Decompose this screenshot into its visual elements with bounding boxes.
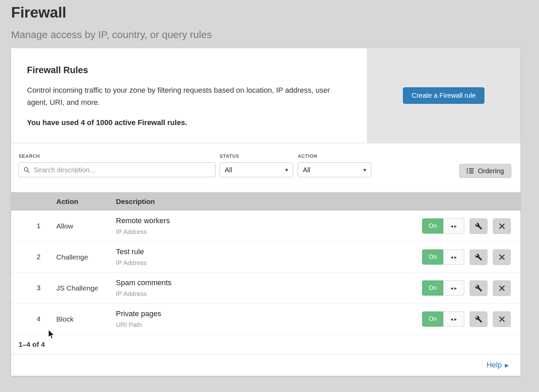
search-filter: SEARCH bbox=[19, 153, 216, 177]
column-header-action: Action bbox=[56, 198, 116, 206]
ordering-button-label: Ordering bbox=[478, 167, 504, 175]
ordering-list-icon bbox=[467, 168, 474, 174]
edit-rule-button[interactable] bbox=[470, 249, 487, 265]
rule-enabled-toggle[interactable]: On bbox=[422, 311, 443, 327]
action-filter: ACTION All ▾ bbox=[298, 153, 371, 177]
status-select[interactable]: All ▾ bbox=[220, 162, 293, 177]
close-icon bbox=[499, 285, 505, 292]
rule-controls: On ◂▸ bbox=[422, 311, 511, 327]
rule-enabled-toggle[interactable]: On bbox=[422, 249, 443, 265]
page-subtitle: Manage access by IP, country, or query r… bbox=[11, 29, 539, 40]
close-icon bbox=[499, 316, 505, 323]
table-row: 3 JS Challenge Spam comments IP Address … bbox=[11, 273, 520, 304]
ordering-button[interactable]: Ordering bbox=[459, 164, 511, 178]
help-link[interactable]: Help ▶ bbox=[486, 361, 509, 369]
delete-rule-button[interactable] bbox=[493, 280, 511, 296]
chevron-down-icon: ▾ bbox=[363, 167, 366, 174]
rule-action: Block bbox=[56, 315, 116, 323]
intro-action-panel: Create a Firewall rule bbox=[367, 48, 520, 143]
wrench-icon bbox=[475, 284, 482, 292]
action-selected-value: All bbox=[303, 166, 310, 174]
arrow-right-icon: ▸ bbox=[454, 223, 457, 229]
table-header: Action Description bbox=[11, 192, 520, 211]
help-link-label: Help bbox=[486, 361, 502, 369]
action-select[interactable]: All ▾ bbox=[298, 162, 371, 177]
search-icon bbox=[23, 167, 30, 173]
rule-reorder-control[interactable]: ◂▸ bbox=[443, 311, 464, 327]
rule-controls: On ◂▸ bbox=[422, 249, 511, 265]
arrow-left-icon: ◂ bbox=[450, 223, 453, 229]
rule-priority: 3 bbox=[11, 284, 52, 292]
search-label: SEARCH bbox=[19, 153, 216, 159]
close-icon bbox=[499, 223, 505, 230]
help-row: Help ▶ bbox=[11, 354, 520, 376]
rule-action: Allow bbox=[56, 222, 116, 230]
page-header: Firewall Manage access by IP, country, o… bbox=[0, 0, 539, 40]
rule-priority: 2 bbox=[11, 253, 52, 261]
delete-rule-button[interactable] bbox=[493, 249, 511, 265]
rule-description-title: Test rule bbox=[116, 247, 422, 256]
rule-description-title: Private pages bbox=[116, 309, 422, 318]
arrow-left-icon: ◂ bbox=[450, 254, 453, 260]
search-box bbox=[19, 162, 216, 177]
rule-match-field: URI Path bbox=[116, 321, 422, 329]
rule-enabled-toggle[interactable]: On bbox=[422, 218, 443, 234]
rule-description: Spam comments IP Address bbox=[116, 278, 422, 298]
rule-controls: On ◂▸ bbox=[422, 218, 511, 234]
table-row: 4 Block Private pages URI Path On ◂▸ bbox=[11, 304, 520, 335]
arrow-left-icon: ◂ bbox=[450, 285, 453, 291]
rule-controls: On ◂▸ bbox=[422, 280, 511, 296]
rule-enabled-toggle[interactable]: On bbox=[422, 280, 443, 296]
usage-summary: You have used 4 of 1000 active Firewall … bbox=[27, 118, 343, 127]
table-row: 1 Allow Remote workers IP Address On ◂▸ bbox=[11, 211, 520, 242]
edit-rule-button[interactable] bbox=[470, 280, 487, 296]
rule-description-title: Spam comments bbox=[116, 278, 422, 287]
rule-description: Private pages URI Path bbox=[116, 309, 422, 329]
section-description: Control incoming traffic to your zone by… bbox=[27, 84, 343, 108]
table-row: 2 Challenge Test rule IP Address On ◂▸ bbox=[11, 242, 520, 273]
wrench-icon bbox=[475, 315, 482, 323]
rule-action: JS Challenge bbox=[56, 284, 116, 292]
create-firewall-rule-button[interactable]: Create a Firewall rule bbox=[403, 87, 484, 104]
wrench-icon bbox=[475, 222, 482, 230]
rule-priority: 1 bbox=[11, 222, 52, 230]
rule-description: Remote workers IP Address bbox=[116, 216, 422, 236]
rule-match-field: IP Address bbox=[116, 228, 422, 236]
rule-reorder-control[interactable]: ◂▸ bbox=[443, 249, 464, 265]
action-label: ACTION bbox=[298, 153, 371, 159]
arrow-right-icon: ▶ bbox=[505, 362, 509, 368]
rules-table-body: 1 Allow Remote workers IP Address On ◂▸ … bbox=[11, 211, 520, 335]
delete-rule-button[interactable] bbox=[493, 311, 511, 327]
edit-rule-button[interactable] bbox=[470, 218, 487, 234]
status-filter: STATUS All ▾ bbox=[220, 153, 293, 177]
rule-match-field: IP Address bbox=[116, 259, 422, 267]
arrow-right-icon: ▸ bbox=[454, 285, 457, 291]
section-heading: Firewall Rules bbox=[27, 65, 343, 76]
delete-rule-button[interactable] bbox=[493, 218, 511, 234]
arrow-right-icon: ▸ bbox=[454, 254, 457, 260]
intro-section: Firewall Rules Control incoming traffic … bbox=[11, 48, 520, 143]
intro-text-block: Firewall Rules Control incoming traffic … bbox=[11, 48, 367, 143]
rule-match-field: IP Address bbox=[116, 290, 422, 298]
filter-bar: SEARCH STATUS All ▾ ACTION All ▾ bbox=[11, 143, 520, 192]
edit-rule-button[interactable] bbox=[470, 311, 487, 327]
column-header-description: Description bbox=[116, 198, 155, 206]
rule-description: Test rule IP Address bbox=[116, 247, 422, 267]
search-input[interactable] bbox=[19, 162, 216, 177]
rule-priority: 4 bbox=[11, 315, 52, 323]
chevron-down-icon: ▾ bbox=[285, 167, 288, 174]
rule-reorder-control[interactable]: ◂▸ bbox=[443, 218, 464, 234]
arrow-left-icon: ◂ bbox=[450, 316, 453, 322]
rule-action: Challenge bbox=[56, 253, 116, 261]
pagination-count: 1–4 of 4 bbox=[11, 335, 520, 354]
status-label: STATUS bbox=[220, 153, 293, 159]
page-title: Firewall bbox=[11, 4, 539, 21]
rule-reorder-control[interactable]: ◂▸ bbox=[443, 280, 464, 296]
status-selected-value: All bbox=[225, 166, 232, 174]
firewall-card: Firewall Rules Control incoming traffic … bbox=[11, 48, 520, 376]
wrench-icon bbox=[475, 253, 482, 261]
rule-description-title: Remote workers bbox=[116, 216, 422, 225]
close-icon bbox=[499, 254, 505, 261]
arrow-right-icon: ▸ bbox=[454, 316, 457, 322]
